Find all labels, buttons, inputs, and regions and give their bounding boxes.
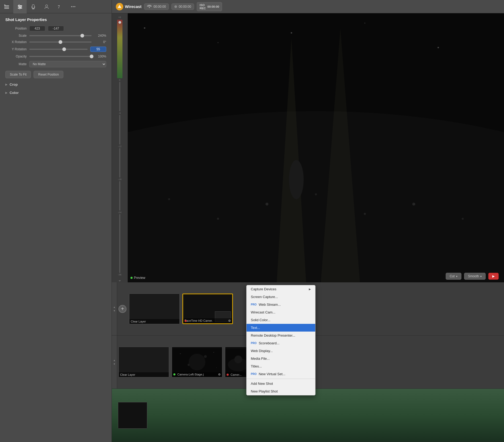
tab-more[interactable] bbox=[67, 0, 80, 13]
clear-layer-shot-2[interactable]: Clear Layer bbox=[118, 347, 169, 377]
concert-image bbox=[128, 13, 504, 282]
y-rotation-input[interactable] bbox=[90, 47, 106, 52]
add-shot-button[interactable]: + bbox=[118, 305, 126, 313]
y-rotation-thumb[interactable] bbox=[62, 47, 66, 51]
record-btn[interactable]: 00:00:00 bbox=[171, 3, 194, 10]
vu-spacer1 bbox=[119, 82, 120, 111]
scale-thumb[interactable] bbox=[80, 34, 84, 38]
vu-label-minus24: -24 bbox=[118, 211, 121, 214]
facetime-label: FaceTime HD Camer. ⚙ bbox=[183, 318, 232, 323]
menu-separator bbox=[247, 379, 315, 379]
vu-indicator bbox=[118, 21, 121, 24]
tab-social[interactable] bbox=[40, 0, 53, 13]
clear-layer-shot-1[interactable]: Clear Layer bbox=[129, 294, 180, 324]
preview-controls: Cut ▾ Smooth ▾ ▶ bbox=[446, 273, 499, 280]
opacity-slider[interactable] bbox=[29, 56, 92, 57]
tab-titles[interactable]: 7 bbox=[53, 0, 67, 13]
scale-row: Scale 240% bbox=[0, 32, 112, 39]
svg-point-9 bbox=[19, 7, 21, 9]
vu-spacer2 bbox=[119, 115, 120, 144]
smooth-button[interactable]: Smooth ▾ bbox=[464, 273, 486, 280]
lane-2-down-arrow[interactable]: ▼ bbox=[113, 362, 116, 366]
menu-web-stream[interactable]: PRO Web Stream... bbox=[247, 301, 315, 308]
clear-layer-label-1: Clear Layer bbox=[129, 319, 179, 324]
menu-web-display-label: Web Display... bbox=[251, 349, 273, 353]
stream-btn[interactable]: 00:00:00 bbox=[144, 3, 169, 10]
facetime-shot[interactable]: FaceTime HD Camer. ⚙ bbox=[182, 294, 233, 324]
menu-text[interactable]: Text... bbox=[247, 324, 315, 332]
scale-to-fit-button[interactable]: Scale To Fit bbox=[5, 71, 31, 78]
facetime-status-dot bbox=[185, 320, 187, 322]
iso-btn[interactable]: ISOREC 00:00:00 bbox=[197, 2, 222, 11]
tab-layers[interactable] bbox=[0, 0, 13, 13]
action-buttons: Scale To Fit Reset Position bbox=[0, 69, 112, 80]
x-rotation-value: 0° bbox=[94, 40, 106, 44]
color-label: Color bbox=[10, 91, 19, 95]
vu-label-plus6: +6 bbox=[118, 16, 121, 19]
menu-wirecast-cam-label: Wirecast Cam... bbox=[251, 310, 275, 314]
tab-properties[interactable] bbox=[13, 0, 27, 13]
menu-capture-devices[interactable]: Capture Devices ▶ bbox=[247, 285, 315, 293]
menu-media-file-label: Media File... bbox=[251, 357, 270, 361]
timecode-2: 00:00:00 bbox=[179, 5, 191, 9]
scale-slider[interactable] bbox=[29, 35, 92, 36]
top-bar: 7 Wirecast bbox=[0, 0, 504, 13]
y-rotation-slider[interactable] bbox=[29, 49, 88, 50]
svg-rect-1 bbox=[4, 7, 9, 7]
color-triangle: ▶ bbox=[5, 91, 7, 94]
iso-label: ISOREC bbox=[200, 3, 206, 10]
menu-web-display[interactable]: Web Display... bbox=[247, 347, 315, 355]
camera-3-status-dot bbox=[227, 374, 229, 376]
svg-point-30 bbox=[364, 213, 366, 215]
svg-text:7: 7 bbox=[58, 5, 60, 9]
right-area: +6 0 -6 -12 -18 -24 -36 ⌄ bbox=[112, 13, 504, 442]
menu-new-playlist[interactable]: New Playlist Shot bbox=[247, 387, 315, 395]
position-row: Position bbox=[0, 24, 112, 32]
menu-remote-desktop[interactable]: Remote Desktop Presenter... bbox=[247, 332, 315, 339]
camera-left-gear-icon[interactable]: ⚙ bbox=[218, 373, 221, 376]
x-rotation-thumb[interactable] bbox=[59, 40, 62, 44]
scale-label: Scale bbox=[5, 34, 27, 38]
clear-layer-label-2: Clear Layer bbox=[119, 372, 169, 377]
menu-wirecast-cam[interactable]: Wirecast Cam... bbox=[247, 308, 315, 316]
menu-titles-label: Titles... bbox=[251, 364, 262, 368]
crop-section[interactable]: ▶ Crop bbox=[0, 80, 112, 89]
reset-position-button[interactable]: Reset Position bbox=[34, 71, 63, 78]
smooth-label: Smooth bbox=[468, 274, 479, 278]
position-y-input[interactable] bbox=[48, 26, 64, 31]
svg-point-41 bbox=[437, 47, 439, 48]
tab-audio[interactable] bbox=[27, 0, 40, 13]
svg-point-37 bbox=[144, 27, 145, 29]
menu-scoreboard[interactable]: PRO Scoreboard... bbox=[247, 339, 315, 347]
small-shot-inner bbox=[118, 402, 147, 428]
menu-screen-capture[interactable]: Screen Capture... bbox=[247, 293, 315, 301]
menu-solid-color[interactable]: Solid Color... bbox=[247, 316, 315, 324]
x-rotation-slider[interactable] bbox=[29, 42, 92, 43]
lane-2-up-arrow[interactable]: ▲ bbox=[113, 358, 116, 362]
facetime-gear-icon[interactable]: ⚙ bbox=[228, 319, 231, 323]
menu-screen-capture-label: Screen Capture... bbox=[251, 295, 278, 299]
dropdown-menu: Capture Devices ▶ Screen Capture... PRO … bbox=[246, 285, 315, 395]
svg-point-51 bbox=[180, 353, 181, 354]
lane-1-down-arrow[interactable]: ▼ bbox=[113, 309, 116, 313]
svg-point-29 bbox=[315, 193, 317, 195]
cut-button[interactable]: Cut ▾ bbox=[446, 273, 461, 280]
opacity-thumb[interactable] bbox=[90, 55, 93, 58]
lane-1-up-arrow[interactable]: ▲ bbox=[113, 305, 116, 309]
menu-add-new-shot[interactable]: Add New Shot bbox=[247, 380, 315, 387]
menu-media-file[interactable]: Media File... bbox=[247, 355, 315, 362]
svg-point-20 bbox=[128, 111, 504, 282]
position-x-input[interactable] bbox=[29, 26, 45, 31]
menu-virtual-set[interactable]: PRO New Virtual Set... bbox=[247, 370, 315, 378]
svg-point-16 bbox=[74, 6, 75, 7]
small-shot[interactable] bbox=[118, 402, 147, 429]
lane-1-controls: ▲ ▼ bbox=[112, 282, 117, 335]
menu-virtual-set-left: PRO New Virtual Set... bbox=[251, 372, 285, 376]
color-section[interactable]: ▶ Color bbox=[0, 89, 112, 97]
menu-scoreboard-left: PRO Scoreboard... bbox=[251, 341, 280, 345]
menu-titles[interactable]: Titles... bbox=[247, 362, 315, 370]
camera-left-stage-shot[interactable]: Camera-Left-Stage.j ⚙ bbox=[172, 347, 222, 377]
matte-select[interactable]: No Matte bbox=[29, 61, 106, 67]
wirecast-header: Wirecast 00:00:00 00:00:00 ISOREC 00:00:… bbox=[112, 2, 504, 11]
go-button[interactable]: ▶ bbox=[488, 273, 499, 280]
